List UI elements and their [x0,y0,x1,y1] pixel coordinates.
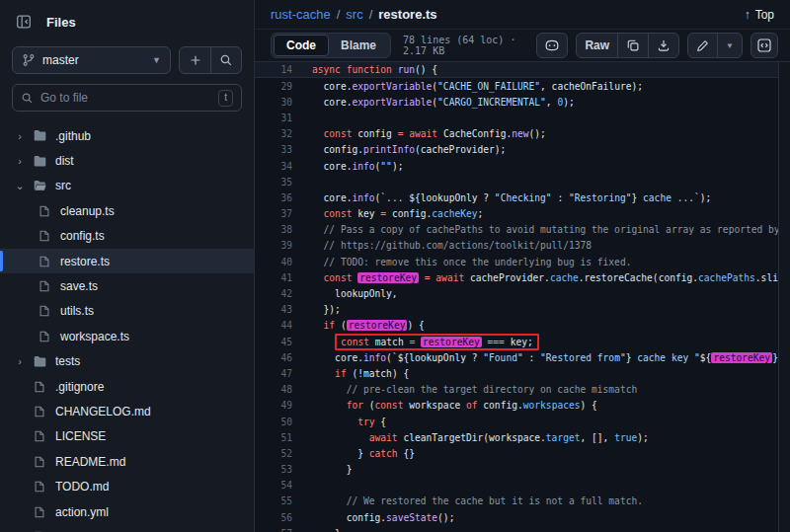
code-token: "CACHE_ON_FAILURE" [437,81,540,92]
line-number[interactable]: 41 [255,272,300,283]
tree-file-readme-md[interactable]: README.md [0,449,254,474]
tree-file-save-ts[interactable]: save.ts [0,273,254,298]
highlighted-symbol[interactable]: restoreKey [347,320,408,331]
line-number[interactable]: 56 [255,512,300,523]
line-number[interactable]: 51 [255,432,300,443]
line-number[interactable]: 33 [255,144,300,155]
chevron-right-icon[interactable]: › [14,156,26,166]
tree-folder-tests[interactable]: ›tests [0,349,254,374]
back-to-top-link[interactable]: ↑ Top [745,8,774,22]
tree-file-package-lock-json[interactable]: package-lock.json [0,524,254,532]
code-line-content: // pre-clean the target directory on cac… [312,384,637,395]
search-icon [21,92,34,105]
copy-raw-button[interactable] [617,34,648,57]
branch-selector[interactable]: master ▼ [12,46,171,74]
code-line: 48 // pre-clean the target directory on … [255,382,778,398]
line-number[interactable]: 35 [255,177,300,188]
line-number[interactable]: 52 [255,448,300,459]
tree-file--gitignore[interactable]: .gitignore [0,374,254,399]
line-number[interactable]: 53 [255,464,300,475]
code-line: 57 } [255,525,778,532]
line-number[interactable]: 42 [255,288,300,299]
edit-dropdown-button[interactable]: ▼ [717,34,742,57]
line-number[interactable]: 47 [255,368,300,379]
copilot-button[interactable] [536,33,568,58]
code-line-content: // Pass a copy of cachePaths to avoid mu… [312,224,779,235]
file-tree: ›.github›dist⌄srccleanup.tsconfig.tsrest… [0,123,254,532]
edit-file-button[interactable] [688,34,717,57]
highlighted-symbol[interactable]: restoreKey [421,337,482,347]
line-number[interactable]: 46 [255,352,300,363]
tree-file-license[interactable]: LICENSE [0,424,254,449]
line-number[interactable]: 55 [255,495,300,506]
line-number[interactable]: 45 [255,337,300,347]
add-file-button[interactable] [180,47,210,73]
tree-file-action-yml[interactable]: action.yml [0,499,254,524]
code-line: 35 [255,174,778,190]
code-line: 38 // Pass a copy of cachePaths to avoid… [255,222,778,238]
code-token: const [324,128,353,139]
line-number[interactable]: 36 [255,192,300,203]
collapse-sidebar-button[interactable] [10,9,38,35]
highlighted-symbol[interactable]: restoreKey [711,352,772,363]
file-icon [38,279,53,293]
tab-blame[interactable]: Blame [329,35,388,56]
raw-button[interactable]: Raw [577,34,617,57]
chevron-right-icon[interactable]: › [14,131,26,141]
line-number[interactable]: 37 [255,208,300,219]
goto-shortcut-key: t [218,90,233,107]
code-line: 53 } [255,462,778,478]
tree-file-changelog-md[interactable]: CHANGELOG.md [0,399,254,423]
tree-folder-dist[interactable]: ›dist [0,148,254,173]
tree-file-restore-ts[interactable]: restore.ts [0,249,254,273]
tree-item-label: cleanup.ts [60,204,115,218]
tree-file-config-ts[interactable]: config.ts [0,224,254,249]
line-number[interactable]: 49 [255,400,300,411]
line-number[interactable]: 54 [255,480,300,491]
line-number[interactable]: 40 [255,257,300,267]
code-token: (cacheProvider); [415,144,506,155]
line-number[interactable]: 57 [255,528,300,532]
code-line: 36 core.info(`... ${lookupOnly ? "Checki… [255,190,778,205]
code-token: core. [312,161,352,172]
line-number[interactable]: 48 [255,384,300,395]
code-token: } [312,464,352,475]
line-number[interactable]: 43 [255,304,300,315]
tree-folder--github[interactable]: ›.github [0,123,254,148]
line-number[interactable]: 38 [255,224,300,235]
toolbar-actions: Raw [536,33,778,58]
chevron-right-icon[interactable]: › [14,356,26,366]
chevron-down-icon[interactable]: ⌄ [14,181,26,190]
code-line: 41 const restoreKey = await cacheProvide… [255,269,778,285]
breadcrumb-item-src[interactable]: src [346,7,362,22]
tree-file-cleanup-ts[interactable]: cleanup.ts [0,198,254,223]
line-number[interactable]: 30 [255,97,300,108]
symbols-panel-button[interactable] [750,33,778,58]
code-line-content: core.info(`... ${lookupOnly ? "Checking"… [312,192,711,203]
code-token: exportVariable [352,81,432,92]
tree-folder-src[interactable]: ⌄src [0,174,254,198]
search-tree-button[interactable] [210,47,241,73]
line-number[interactable]: 50 [255,417,300,427]
file-icon [38,255,53,268]
line-number[interactable]: 31 [255,113,300,123]
line-number[interactable]: 44 [255,320,300,331]
tree-file-workspace-ts[interactable]: workspace.ts [0,324,254,348]
line-number[interactable]: 34 [255,161,300,172]
line-number[interactable]: 29 [255,81,300,92]
code-token: async [312,64,341,75]
file-icon [38,204,53,218]
tab-code[interactable]: Code [274,35,329,56]
download-icon [657,38,671,52]
code-token: {} [398,448,415,459]
line-number[interactable]: 39 [255,240,300,251]
line-number[interactable]: 14 [255,64,300,75]
code-line-content: // We restored the cache but it is not a… [312,495,643,506]
download-button[interactable] [648,34,678,57]
tree-file-utils-ts[interactable]: utils.ts [0,299,254,324]
go-to-file-input[interactable] [40,91,211,105]
highlighted-symbol[interactable]: restoreKey [357,272,419,283]
breadcrumb-item-rust-cache[interactable]: rust-cache [271,7,331,22]
line-number[interactable]: 32 [255,128,300,139]
tree-file-todo-md[interactable]: TODO.md [0,474,254,498]
